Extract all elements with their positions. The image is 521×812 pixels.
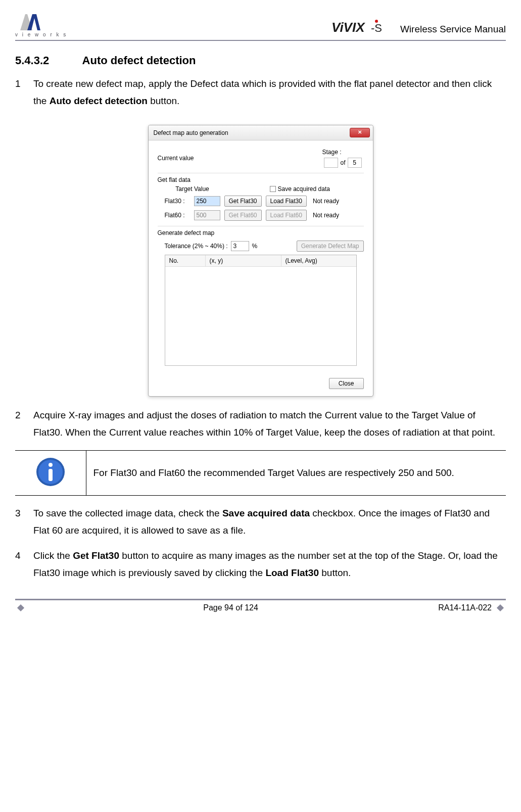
info-icon: [34, 456, 67, 488]
step-4-bold-b: Load Flat30: [265, 567, 319, 578]
step-2-text: Acquire X-ray images and adjust the dose…: [33, 407, 506, 441]
flat60-input: 500: [194, 210, 220, 220]
current-value-label: Current value: [158, 155, 194, 162]
step-2: 2 Acquire X-ray images and adjust the do…: [15, 407, 506, 441]
step-3: 3 To save the collected image data, chec…: [15, 505, 506, 539]
step-4-bold-a: Get Flat30: [73, 550, 119, 561]
stage-label: Stage :: [322, 149, 341, 156]
generate-defect-map-button: Generate Defect Map: [297, 241, 364, 252]
save-acquired-checkbox[interactable]: [270, 186, 276, 192]
load-flat60-button: Load Flat60: [266, 210, 307, 221]
dialog-titlebar[interactable]: Defect map auto generation ✕: [149, 125, 373, 140]
stage-current-box: [324, 158, 338, 168]
logo-left: v i e w o r k s: [15, 10, 86, 38]
close-button[interactable]: Close: [329, 378, 364, 389]
page-header: v i e w o r k s ViVIX -S Wireless Servic…: [15, 10, 506, 41]
vieworks-logo-icon: v i e w o r k s: [15, 10, 86, 38]
tolerance-input[interactable]: 3: [231, 241, 249, 251]
defect-map-dialog: Defect map auto generation ✕ Current val…: [148, 125, 373, 397]
col-level: (Level, Avg): [281, 255, 356, 266]
step-4-text-a: Click the: [33, 550, 73, 561]
col-no: No.: [165, 255, 206, 266]
stage-of-word: of: [340, 159, 345, 166]
get-flat60-button: Get Flat60: [224, 210, 262, 221]
load-flat30-button[interactable]: Load Flat30: [266, 196, 307, 207]
flat30-input[interactable]: 250: [194, 196, 220, 206]
step-4: 4 Click the Get Flat30 button to acquire…: [15, 547, 506, 582]
get-flat-label: Get flat data: [158, 176, 364, 183]
page-number: Page 94 of 124: [23, 603, 438, 612]
section-number: 5.4.3.2: [15, 54, 49, 67]
section-heading: 5.4.3.2 Auto defect detection: [15, 54, 506, 67]
step-4-text-c: button.: [319, 567, 351, 578]
footer-diamond-right-icon: [497, 604, 504, 611]
svg-rect-7: [49, 469, 53, 481]
save-acquired-label: Save acquired data: [278, 185, 330, 193]
step-3-bold: Save acquired data: [222, 508, 310, 518]
stage-total-box: 5: [348, 158, 362, 168]
step-1-text-b: button.: [148, 95, 179, 106]
tolerance-unit: %: [252, 243, 258, 250]
svg-text:-S: -S: [371, 22, 382, 34]
get-flat30-button[interactable]: Get Flat30: [224, 196, 262, 207]
step-3-num: 3: [15, 505, 33, 539]
generate-label: Generate defect map: [158, 229, 364, 236]
header-title: Wireless Service Manual: [400, 24, 506, 35]
results-table: No. (x, y) (Level, Avg): [165, 255, 357, 366]
tolerance-label: Tolerance (2% ~ 40%) :: [165, 243, 228, 250]
section-title: Auto defect detection: [82, 54, 196, 67]
svg-text:v i e w o r k s: v i e w o r k s: [15, 32, 67, 37]
step-2-num: 2: [15, 407, 33, 441]
doc-id: RA14-11A-022: [438, 603, 492, 612]
svg-point-3: [375, 20, 378, 23]
step-1: 1 To create new defect map, apply the De…: [15, 75, 506, 110]
step-1-bold: Auto defect detection: [50, 95, 148, 106]
step-1-num: 1: [15, 75, 33, 110]
svg-text:ViVIX: ViVIX: [331, 20, 365, 35]
flat60-label: Flat60 :: [165, 212, 190, 219]
dialog-title: Defect map auto generation: [154, 129, 228, 136]
flat30-status: Not ready: [313, 198, 339, 205]
info-text: For Flat30 and Flat60 the recommended Ta…: [86, 451, 506, 496]
dialog-close-button[interactable]: ✕: [350, 128, 370, 137]
vivix-logo-icon: ViVIX -S: [331, 18, 392, 38]
svg-point-6: [49, 463, 53, 467]
step-3-text-a: To save the collected image data, check …: [33, 508, 222, 518]
page-footer: Page 94 of 124 RA14-11A-022: [15, 600, 506, 619]
target-value-header: Target Value: [165, 185, 220, 193]
flat30-label: Flat30 :: [165, 198, 190, 205]
flat60-status: Not ready: [313, 212, 339, 219]
step-4-num: 4: [15, 547, 33, 582]
info-note: For Flat30 and Flat60 the recommended Ta…: [15, 450, 506, 496]
col-xy: (x, y): [206, 255, 281, 266]
